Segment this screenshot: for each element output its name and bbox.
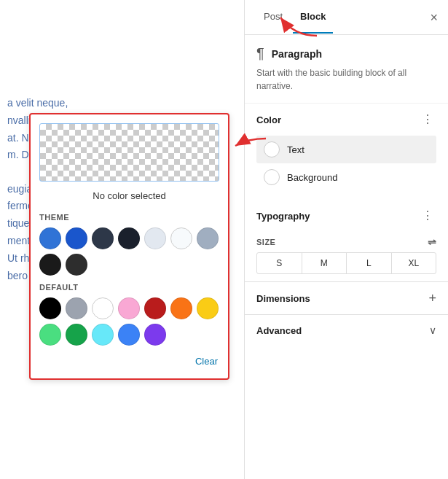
typography-section: Typography ⋮ SIZE ⇌ S M L XL [245, 200, 448, 282]
size-label: SIZE ⇌ [256, 236, 436, 248]
color-option-background[interactable]: Background [256, 163, 436, 191]
theme-swatch-black[interactable] [39, 254, 61, 276]
size-s-button[interactable]: S [257, 253, 302, 273]
size-l-button[interactable]: L [347, 253, 392, 273]
theme-label: THEME [39, 213, 219, 222]
typography-title: Typography [256, 211, 310, 222]
dimensions-row[interactable]: Dimensions + [245, 282, 448, 315]
default-swatch-white[interactable] [92, 297, 114, 319]
close-button[interactable]: × [430, 11, 438, 24]
default-swatch-purple[interactable] [144, 324, 166, 346]
theme-swatches [39, 227, 219, 276]
default-swatch-gray[interactable] [66, 297, 87, 319]
default-swatch-black[interactable] [39, 297, 61, 319]
right-panel: Post Block × ¶ Paragraph Start with the … [244, 0, 448, 479]
typography-menu-button[interactable]: ⋮ [419, 209, 436, 223]
size-buttons: S M L XL [256, 252, 436, 274]
default-label: DEFAULT [39, 283, 219, 292]
size-m-button[interactable]: M [302, 253, 347, 273]
no-color-label: No color selected [39, 189, 219, 203]
theme-swatch-dark-gray-blue[interactable] [92, 227, 114, 249]
theme-swatch-blue-medium[interactable] [39, 227, 61, 249]
default-swatches [39, 297, 219, 346]
theme-swatch-near-black[interactable] [118, 227, 140, 249]
panel-tabs: Post Block × [245, 0, 448, 35]
block-title: Paragraph [272, 48, 322, 60]
theme-swatch-almost-white[interactable] [170, 227, 192, 249]
default-swatch-yellow[interactable] [197, 297, 219, 319]
theme-swatch-blue-dark[interactable] [66, 227, 87, 249]
color-options: Text Background [245, 136, 448, 200]
typography-section-header: Typography ⋮ [245, 200, 448, 232]
paragraph-icon: ¶ [256, 45, 264, 62]
default-swatch-green-light[interactable] [39, 324, 61, 346]
background-color-label: Background [287, 172, 337, 183]
size-controls-icon: ⇌ [428, 236, 437, 248]
color-section-header: Color ⋮ [245, 104, 448, 136]
block-description: Start with the basic building block of a… [256, 66, 436, 93]
dimensions-label: Dimensions [256, 293, 310, 304]
default-swatch-cyan[interactable] [92, 324, 114, 346]
default-swatch-blue[interactable] [118, 324, 140, 346]
block-header: ¶ Paragraph [256, 45, 436, 62]
theme-swatch-charcoal[interactable] [66, 254, 87, 276]
background-color-circle [264, 169, 280, 185]
advanced-label: Advanced [256, 325, 302, 336]
default-swatch-pink[interactable] [118, 297, 140, 319]
annotation-arrow-1 [277, 10, 328, 42]
color-preview-box [39, 123, 219, 182]
annotation-arrow-2 [229, 128, 273, 155]
text-color-label: Text [287, 144, 304, 155]
color-option-text[interactable]: Text [256, 136, 436, 163]
theme-swatch-light-gray[interactable] [144, 227, 166, 249]
color-section-title: Color [256, 114, 281, 125]
color-picker-popup: No color selected THEME DEFAULT Clear [29, 113, 229, 380]
advanced-row[interactable]: Advanced ∨ [245, 315, 448, 346]
size-xl-button[interactable]: XL [392, 253, 436, 273]
color-menu-button[interactable]: ⋮ [419, 112, 436, 127]
size-section: SIZE ⇌ S M L XL [245, 232, 448, 281]
block-info-section: ¶ Paragraph Start with the basic buildin… [245, 35, 448, 104]
theme-swatch-gray[interactable] [197, 227, 219, 249]
default-swatch-orange[interactable] [170, 297, 192, 319]
default-swatch-dark-red[interactable] [144, 297, 166, 319]
dimensions-expand-icon: + [428, 292, 436, 305]
default-swatch-green-dark[interactable] [66, 324, 87, 346]
advanced-chevron-icon: ∨ [429, 324, 436, 336]
clear-button[interactable]: Clear [194, 353, 219, 370]
